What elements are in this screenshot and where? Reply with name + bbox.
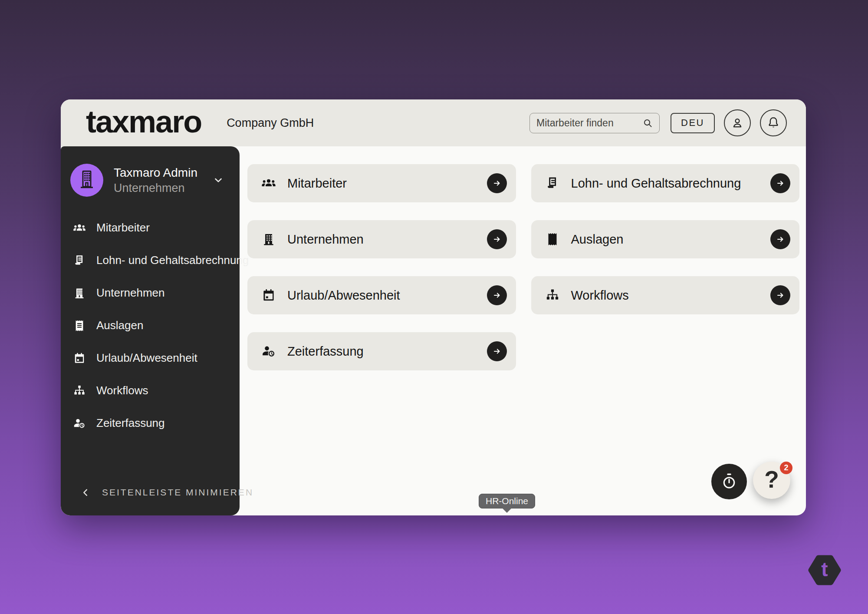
card-urlaub-abwesenheit[interactable]: Urlaub/Abwesenheit	[247, 276, 516, 314]
arrow-right-button[interactable]	[487, 229, 507, 249]
sidebar-menu: Mitarbeiter Lohn- und Gehaltsabrechnung …	[61, 211, 240, 439]
main-content: Mitarbeiter Unternehmen Urlaub/Abwesenhe…	[240, 146, 806, 515]
arrow-right-icon	[775, 178, 786, 189]
card-label: Auslagen	[571, 232, 624, 247]
card-workflows[interactable]: Workflows	[531, 276, 800, 314]
profile-subtitle: Unternehmen	[114, 181, 197, 195]
collapse-label: SEITENLEISTE MINIMIEREN	[102, 487, 253, 498]
building-icon	[75, 168, 99, 192]
arrow-right-button[interactable]	[770, 173, 790, 193]
card-label: Unternehmen	[287, 232, 364, 247]
arrow-right-icon	[775, 234, 786, 245]
workflow-icon	[544, 287, 561, 304]
notification-badge: 2	[780, 462, 792, 474]
taxmaro-logo: taxmaro	[86, 106, 201, 137]
sidebar-item-label: Mitarbeiter	[96, 221, 150, 234]
sidebar-item-label: Lohn- und Gehaltsabrechnung	[96, 254, 249, 267]
card-unternehmen[interactable]: Unternehmen	[247, 220, 516, 258]
employee-search[interactable]	[529, 113, 660, 133]
receipt-icon	[544, 231, 561, 248]
question-mark-icon: ?	[764, 468, 779, 492]
account-button[interactable]	[724, 109, 751, 136]
avatar	[70, 164, 103, 197]
card-column-right: Lohn- und Gehaltsabrechnung Auslagen Wor…	[531, 164, 800, 370]
workflow-icon	[72, 383, 87, 398]
sidebar-item-auslagen[interactable]: Auslagen	[61, 309, 240, 342]
hr-online-tooltip: HR-Online	[479, 494, 535, 508]
company-icon	[260, 231, 277, 248]
arrow-right-button[interactable]	[487, 285, 507, 305]
sidebar-item-label: Zeiterfassung	[96, 416, 165, 430]
profile-text: Taxmaro Admin Unternehmen	[114, 165, 197, 195]
sidebar-item-label: Urlaub/Abwesenheit	[96, 351, 197, 365]
brand-letter: t	[808, 555, 842, 585]
profile-name: Taxmaro Admin	[114, 165, 197, 180]
notifications-button[interactable]	[760, 109, 787, 136]
card-lohn-und-gehaltsabrechnung[interactable]: Lohn- und Gehaltsabrechnung	[531, 164, 800, 202]
card-auslagen[interactable]: Auslagen	[531, 220, 800, 258]
sidebar-item-lohn-und-gehaltsabrechnung[interactable]: Lohn- und Gehaltsabrechnung	[61, 244, 240, 277]
company-icon	[72, 286, 87, 300]
sidebar-collapse-button[interactable]: SEITENLEISTE MINIMIEREN	[61, 487, 240, 515]
payroll-icon	[72, 253, 87, 268]
chevron-left-icon	[80, 487, 91, 498]
people-icon	[72, 221, 87, 235]
card-zeiterfassung[interactable]: Zeiterfassung	[247, 332, 516, 370]
search-input[interactable]	[536, 117, 642, 129]
card-mitarbeiter[interactable]: Mitarbeiter	[247, 164, 516, 202]
app-header: taxmaro Company GmbH DEU	[61, 99, 806, 146]
sidebar-item-mitarbeiter[interactable]: Mitarbeiter	[61, 211, 240, 244]
app-window: taxmaro Company GmbH DEU Taxmaro Admin U…	[61, 99, 806, 515]
company-name: Company GmbH	[227, 116, 314, 130]
calendar-icon	[260, 287, 277, 304]
card-label: Zeiterfassung	[287, 344, 364, 359]
arrow-right-button[interactable]	[770, 229, 790, 249]
arrow-right-icon	[775, 290, 786, 301]
sidebar-item-label: Unternehmen	[96, 286, 165, 300]
time-tracking-icon	[260, 343, 277, 360]
time-tracking-icon	[72, 416, 87, 431]
chevron-down-icon	[212, 174, 225, 187]
card-label: Mitarbeiter	[287, 176, 347, 191]
sidebar-item-label: Workflows	[96, 384, 148, 397]
arrow-right-button[interactable]	[487, 173, 507, 193]
payroll-icon	[544, 175, 561, 191]
profile-switcher[interactable]: Taxmaro Admin Unternehmen	[61, 146, 240, 197]
body-row: Taxmaro Admin Unternehmen Mitarbeiter Lo…	[61, 146, 806, 515]
time-tracking-timer-button[interactable]	[711, 464, 747, 499]
person-icon	[730, 116, 744, 130]
people-icon	[260, 175, 277, 191]
card-column-left: Mitarbeiter Unternehmen Urlaub/Abwesenhe…	[247, 164, 516, 370]
arrow-right-icon	[491, 178, 503, 189]
sidebar-item-label: Auslagen	[96, 319, 143, 332]
arrow-right-icon	[491, 234, 503, 245]
arrow-right-button[interactable]	[770, 285, 790, 305]
language-button[interactable]: DEU	[671, 113, 715, 133]
card-grid: Mitarbeiter Unternehmen Urlaub/Abwesenhe…	[247, 164, 799, 370]
taxmaro-widget-bubble[interactable]: t	[808, 555, 842, 585]
card-label: Urlaub/Abwesenheit	[287, 288, 400, 303]
calendar-icon	[72, 351, 87, 366]
search-icon	[642, 117, 654, 129]
arrow-right-icon	[491, 290, 503, 301]
help-button[interactable]: ? 2	[753, 462, 790, 499]
sidebar-item-urlaub-abwesenheit[interactable]: Urlaub/Abwesenheit	[61, 342, 240, 374]
card-label: Workflows	[571, 288, 629, 303]
arrow-right-icon	[491, 346, 503, 357]
sidebar-item-workflows[interactable]: Workflows	[61, 374, 240, 407]
bell-icon	[766, 116, 780, 130]
sidebar-item-unternehmen[interactable]: Unternehmen	[61, 277, 240, 309]
stopwatch-icon	[720, 472, 738, 491]
sidebar: Taxmaro Admin Unternehmen Mitarbeiter Lo…	[61, 146, 240, 515]
card-label: Lohn- und Gehaltsabrechnung	[571, 176, 741, 191]
arrow-right-button[interactable]	[487, 341, 507, 361]
sidebar-item-zeiterfassung[interactable]: Zeiterfassung	[61, 407, 240, 439]
receipt-icon	[72, 318, 87, 333]
